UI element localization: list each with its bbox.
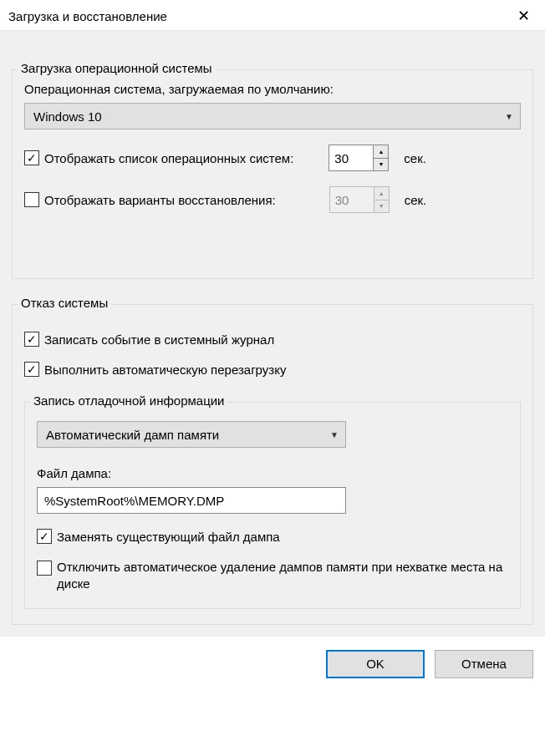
dump-type-select[interactable]: Автоматический дамп памяти ▼ <box>37 421 346 448</box>
dump-file-section: Файл дампа: <box>37 466 508 514</box>
write-event-label[interactable]: Записать событие в системный журнал <box>44 332 274 347</box>
group-debug-info: Запись отладочной информации Автоматичес… <box>24 402 521 609</box>
dump-file-label: Файл дампа: <box>37 466 508 480</box>
auto-restart-row: Выполнить автоматическую перезагрузку <box>24 362 521 377</box>
show-os-list-value[interactable]: 30 <box>329 145 373 170</box>
close-icon[interactable]: ✕ <box>512 7 535 25</box>
spinner-up-icon[interactable]: ▲ <box>374 145 388 159</box>
group-failure: Отказ системы Записать событие в системн… <box>12 304 533 625</box>
show-os-list-row: Отображать список операционных систем: 3… <box>24 145 521 171</box>
group-failure-legend: Отказ системы <box>18 296 111 310</box>
dump-file-input[interactable] <box>37 487 346 514</box>
overwrite-checkbox[interactable] <box>37 529 52 544</box>
titlebar: Загрузка и восстановление ✕ <box>0 0 545 30</box>
show-recovery-row: Отображать варианты восстановления: 30 ▲… <box>24 186 521 213</box>
auto-restart-checkbox[interactable] <box>24 362 39 377</box>
button-row: OK Отмена <box>0 637 545 678</box>
disable-auto-delete-checkbox[interactable] <box>37 561 52 576</box>
show-os-list-spinner[interactable]: 30 ▲ ▼ <box>329 145 389 171</box>
ok-button[interactable]: OK <box>326 650 425 678</box>
chevron-down-icon: ▼ <box>330 430 339 439</box>
write-event-row: Записать событие в системный журнал <box>24 332 521 347</box>
overwrite-label[interactable]: Заменять существующий файл дампа <box>57 530 280 544</box>
disable-auto-delete-row: Отключить автоматическое удаление дампов… <box>37 559 508 593</box>
show-recovery-label[interactable]: Отображать варианты восстановления: <box>44 193 276 207</box>
group-startup-legend: Загрузка операционной системы <box>18 61 216 75</box>
show-os-list-label[interactable]: Отображать список операционных систем: <box>44 151 293 165</box>
spinner-buttons: ▲ ▼ <box>373 145 388 170</box>
default-os-select[interactable]: Windows 10 ▼ <box>24 103 521 129</box>
write-event-checkbox[interactable] <box>24 332 39 347</box>
show-recovery-value: 30 <box>330 187 374 212</box>
default-os-label: Операционная система, загружаемая по умо… <box>24 82 521 96</box>
group-debug-info-legend: Запись отладочной информации <box>30 393 227 408</box>
seconds-unit-2: сек. <box>405 193 427 207</box>
show-recovery-checkbox[interactable] <box>24 192 39 207</box>
cancel-button-label: Отмена <box>461 657 507 671</box>
auto-restart-label[interactable]: Выполнить автоматическую перезагрузку <box>44 363 286 377</box>
spinner-down-icon[interactable]: ▼ <box>374 159 388 171</box>
disable-auto-delete-label[interactable]: Отключить автоматическое удаление дампов… <box>57 559 508 593</box>
default-os-value: Windows 10 <box>33 109 102 124</box>
dialog-body: Загрузка операционной системы Операционн… <box>0 30 545 637</box>
seconds-unit-1: сек. <box>404 151 426 165</box>
ok-button-label: OK <box>366 657 385 671</box>
spinner-up-icon: ▲ <box>374 187 389 200</box>
dump-type-value: Автоматический дамп памяти <box>46 428 219 442</box>
show-os-list-checkbox[interactable] <box>24 150 39 165</box>
spinner-buttons-disabled: ▲ ▼ <box>374 187 389 212</box>
chevron-down-icon: ▼ <box>505 112 513 121</box>
spinner-down-icon: ▼ <box>374 200 389 213</box>
window-title: Загрузка и восстановление <box>8 9 167 23</box>
show-recovery-spinner: 30 ▲ ▼ <box>329 186 390 213</box>
group-startup: Загрузка операционной системы Операционн… <box>12 69 533 279</box>
cancel-button[interactable]: Отмена <box>435 650 533 678</box>
overwrite-row: Заменять существующий файл дампа <box>37 529 508 544</box>
